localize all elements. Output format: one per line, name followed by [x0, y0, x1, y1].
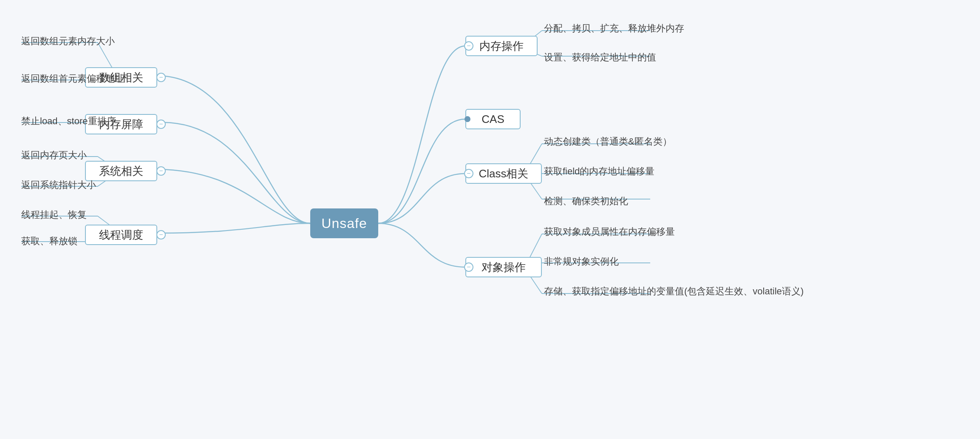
leaf-class-3-label: 检测、确保类初始化 — [544, 195, 628, 208]
collapse-memory-barrier[interactable]: − — [156, 120, 166, 129]
leaf-system-2: 返回系统指针大小 — [21, 179, 96, 191]
branch-system[interactable]: 系统相关 — [85, 161, 157, 181]
collapse-memory-ops[interactable]: − — [464, 41, 473, 51]
branch-memory-ops[interactable]: 内存操作 — [465, 36, 538, 56]
collapse-array[interactable]: − — [156, 73, 166, 82]
dot-cas — [465, 116, 470, 122]
leaf-obj-1: 获取对象成员属性在内存偏移量 — [544, 225, 675, 238]
leaf-memops-2-label: 设置、获得给定地址中的值 — [544, 51, 656, 64]
branch-cas-label: CAS — [482, 113, 504, 126]
leaf-class-2-label: 获取field的内存地址偏移量 — [544, 165, 654, 178]
leaf-system-1: 返回内存页大小 — [21, 149, 87, 162]
connections-svg — [0, 0, 980, 439]
collapse-system[interactable]: − — [156, 166, 166, 176]
leaf-memops-2: 设置、获得给定地址中的值 — [544, 51, 656, 64]
branch-object-ops-label: 对象操作 — [482, 260, 526, 275]
leaf-system-2-label: 返回系统指针大小 — [21, 179, 96, 191]
leaf-memops-1: 分配、拷贝、扩充、释放堆外内存 — [544, 22, 684, 35]
leaf-class-1-label: 动态创建类（普通类&匿名类） — [544, 135, 672, 148]
branch-thread[interactable]: 线程调度 — [85, 225, 157, 245]
leaf-class-1: 动态创建类（普通类&匿名类） — [544, 135, 672, 148]
branch-class-label: Class相关 — [479, 166, 528, 181]
leaf-thread-2: 获取、释放锁 — [21, 235, 77, 248]
leaf-thread-2-label: 获取、释放锁 — [21, 235, 77, 248]
leaf-array-1-label: 返回数组元素内存大小 — [21, 35, 115, 48]
branch-cas[interactable]: CAS — [465, 109, 521, 129]
branch-object-ops[interactable]: 对象操作 — [465, 257, 542, 277]
mind-map: Unsafe 数组相关 − 返回数组元素内存大小 返回数组首元素偏移地址 内存屏… — [0, 0, 980, 439]
leaf-obj-1-label: 获取对象成员属性在内存偏移量 — [544, 225, 675, 238]
collapse-class[interactable]: − — [464, 169, 473, 178]
collapse-thread[interactable]: − — [156, 230, 166, 239]
leaf-obj-2-label: 非常规对象实例化 — [544, 255, 619, 268]
branch-memory-ops-label: 内存操作 — [479, 39, 524, 54]
leaf-array-1: 返回数组元素内存大小 — [21, 35, 115, 48]
branch-thread-label: 线程调度 — [99, 228, 143, 242]
leaf-obj-2: 非常规对象实例化 — [544, 255, 619, 268]
branch-system-label: 系统相关 — [99, 164, 143, 179]
branch-class[interactable]: Class相关 — [465, 163, 542, 184]
collapse-object-ops[interactable]: − — [464, 262, 473, 272]
leaf-array-2-label: 返回数组首元素偏移地址 — [21, 72, 124, 85]
leaf-obj-3-label: 存储、获取指定偏移地址的变量值(包含延迟生效、volatile语义) — [544, 285, 804, 298]
leaf-barrier-1: 禁止load、store重排序 — [21, 115, 116, 128]
leaf-class-2: 获取field的内存地址偏移量 — [544, 165, 654, 178]
leaf-thread-1-label: 线程挂起、恢复 — [21, 208, 87, 221]
leaf-obj-3: 存储、获取指定偏移地址的变量值(包含延迟生效、volatile语义) — [544, 285, 804, 298]
leaf-class-3: 检测、确保类初始化 — [544, 195, 628, 208]
leaf-memops-1-label: 分配、拷贝、扩充、释放堆外内存 — [544, 22, 684, 35]
leaf-thread-1: 线程挂起、恢复 — [21, 208, 87, 221]
leaf-array-2: 返回数组首元素偏移地址 — [21, 72, 124, 85]
leaf-barrier-1-label: 禁止load、store重排序 — [21, 115, 116, 128]
leaf-system-1-label: 返回内存页大小 — [21, 149, 87, 162]
center-node: Unsafe — [310, 208, 378, 238]
